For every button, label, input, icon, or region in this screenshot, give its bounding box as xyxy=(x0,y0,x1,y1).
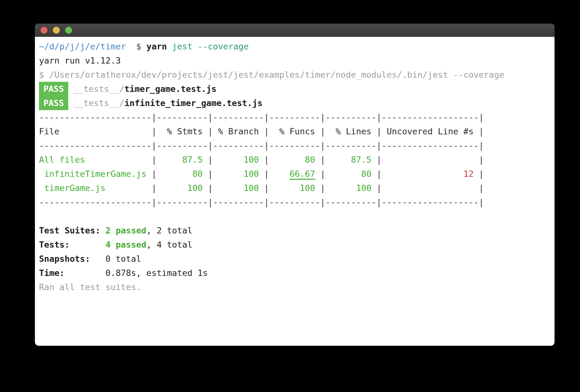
table-separator: ----------------------|----------|------… xyxy=(39,138,555,153)
text-segment: 12 xyxy=(463,169,474,179)
text-segment: % Lines xyxy=(325,126,376,136)
text-segment: | xyxy=(264,183,269,193)
text-segment: % Funcs xyxy=(269,126,321,136)
text-segment: 100 xyxy=(213,183,264,193)
minimize-button[interactable] xyxy=(53,27,60,34)
text-segment xyxy=(382,155,479,165)
text-segment: , 2 total xyxy=(146,226,192,235)
pass-line-timer-game: PASS__tests__/timer_game.test.js xyxy=(39,82,555,96)
text-segment: | xyxy=(264,155,269,165)
text-segment: Snapshots: xyxy=(39,254,105,264)
text-segment: | xyxy=(152,183,157,193)
text-segment: | xyxy=(152,126,157,136)
text-segment: Tests: xyxy=(39,240,105,249)
text-segment: | xyxy=(479,126,484,136)
text-segment: jest --coverage xyxy=(172,42,249,51)
text-segment xyxy=(382,169,463,179)
text-segment xyxy=(126,42,136,51)
text-segment xyxy=(474,169,479,179)
text-segment: 87.5 xyxy=(157,155,208,165)
text-segment: | xyxy=(479,169,484,179)
text-segment: yarn run v1.12.3 xyxy=(39,56,121,65)
yarn-version-line: yarn run v1.12.3 xyxy=(39,53,555,68)
text-segment: | xyxy=(320,183,325,193)
text-segment: infiniteTimerGame.js xyxy=(39,169,152,179)
text-segment: 80 xyxy=(325,169,376,179)
text-segment: | xyxy=(208,183,213,193)
blank-line xyxy=(39,209,555,223)
table-separator: ----------------------|----------|------… xyxy=(39,110,555,124)
text-segment: | xyxy=(320,169,325,179)
text-segment: File xyxy=(39,126,152,136)
text-segment: $ /Users/ortatherox/dev/projects/jest/je… xyxy=(39,70,504,80)
summary-test-suites: Test Suites: 2 passed, 2 total xyxy=(39,223,555,238)
text-segment: __tests__/ xyxy=(73,84,125,94)
terminal-window: ~/d/p/j/j/e/timer $ yarn jest --coverage… xyxy=(35,24,555,346)
text-segment: | xyxy=(376,169,382,179)
text-segment: ----------------------|----------|------… xyxy=(39,197,484,207)
ran-all-suites-line: Ran all test suites. xyxy=(39,280,555,294)
close-button[interactable] xyxy=(41,27,47,34)
text-segment: | xyxy=(152,155,157,165)
text-segment: 80 xyxy=(157,169,208,179)
text-segment: Time: xyxy=(39,268,105,278)
text-segment: All files xyxy=(39,155,152,165)
text-segment: timerGame.js xyxy=(39,183,152,193)
text-segment: 4 passed xyxy=(105,240,146,249)
summary-snapshots: Snapshots: 0 total xyxy=(39,252,555,266)
text-segment: timer_game.test.js xyxy=(125,84,217,94)
text-segment: 0 total xyxy=(105,254,141,264)
text-segment: | xyxy=(320,155,325,165)
text-segment: 100 xyxy=(213,155,264,165)
text-segment: | xyxy=(376,126,382,136)
text-segment: 2 passed xyxy=(105,226,146,235)
prompt-line: ~/d/p/j/j/e/timer $ yarn jest --coverage xyxy=(39,39,555,53)
summary-time: Time: 0.878s, estimated 1s xyxy=(39,266,555,280)
text-segment: $ xyxy=(136,42,147,51)
terminal-output: ~/d/p/j/j/e/timer $ yarn jest --coverage… xyxy=(35,37,555,294)
text-segment: ----------------------|----------|------… xyxy=(39,112,484,122)
text-segment xyxy=(382,183,479,193)
text-segment: Ran all test suites. xyxy=(39,282,141,292)
coverage-row: All files | 87.5 | 100 | 80 | 87.5 | | xyxy=(39,153,555,167)
text-segment: 100 xyxy=(269,183,321,193)
text-segment: | xyxy=(208,155,213,165)
text-segment xyxy=(39,211,44,221)
text-segment: | xyxy=(264,169,269,179)
text-segment: 80 xyxy=(269,155,321,165)
text-segment: 100 xyxy=(325,183,376,193)
summary-tests: Tests: 4 passed, 4 total xyxy=(39,238,555,252)
text-segment: | xyxy=(376,183,382,193)
text-segment: infinite_timer_game.test.js xyxy=(125,98,263,108)
text-segment: 0.878s, estimated 1s xyxy=(105,268,208,278)
text-segment: Test Suites: xyxy=(39,226,105,235)
text-segment: 66.67 xyxy=(290,169,315,179)
pass-badge: PASS xyxy=(39,96,68,110)
table-separator: ----------------------|----------|------… xyxy=(39,195,555,209)
text-segment: ~/d/p/j/j/e/timer xyxy=(39,42,126,51)
text-segment: ----------------------|----------|------… xyxy=(39,141,484,150)
zoom-button[interactable] xyxy=(65,27,72,34)
text-segment: , 4 total xyxy=(146,240,192,249)
text-segment: | xyxy=(208,169,213,179)
coverage-row: timerGame.js | 100 | 100 | 100 | 100 | | xyxy=(39,181,555,195)
text-segment xyxy=(167,42,172,51)
text-segment: | xyxy=(376,155,382,165)
pass-badge: PASS xyxy=(39,82,68,96)
text-segment: | xyxy=(479,183,484,193)
text-segment: | xyxy=(320,126,325,136)
pass-line-infinite-timer-game: PASS__tests__/infinite_timer_game.test.j… xyxy=(39,96,555,110)
text-segment: | xyxy=(264,126,269,136)
text-segment: 100 xyxy=(213,169,264,179)
text-segment: % Stmts xyxy=(157,126,208,136)
text-segment: | xyxy=(152,169,157,179)
title-bar[interactable] xyxy=(35,24,555,37)
text-segment: Uncovered Line #s xyxy=(382,126,479,136)
text-segment: yarn xyxy=(146,42,167,51)
text-segment xyxy=(315,169,320,179)
text-segment: | xyxy=(208,126,213,136)
coverage-row: infiniteTimerGame.js | 80 | 100 | 66.67 … xyxy=(39,167,555,181)
text-segment: 100 xyxy=(157,183,208,193)
text-segment: | xyxy=(479,155,484,165)
text-segment: % Branch xyxy=(213,126,264,136)
